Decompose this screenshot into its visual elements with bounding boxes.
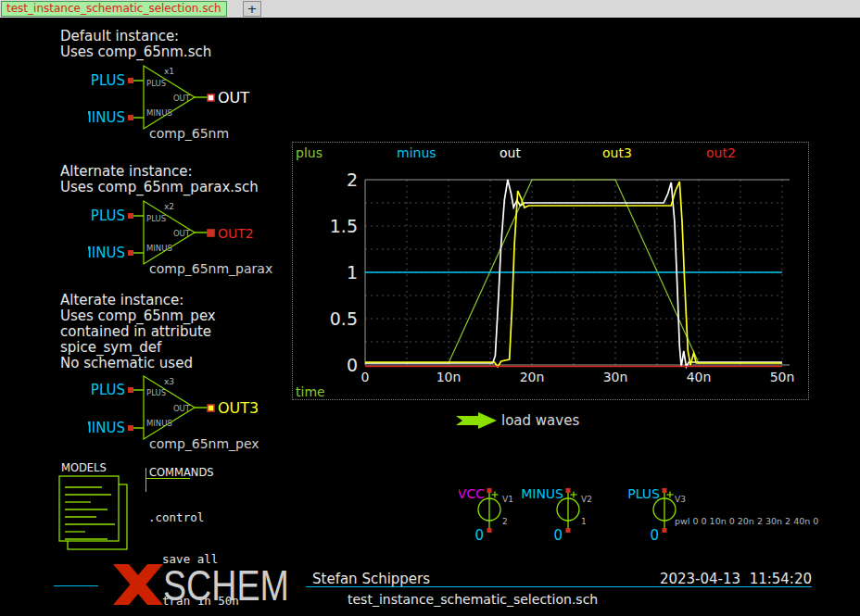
comparator-instance-x1[interactable]: PLUS MINUS PLUS MINUS OUT x1 OUT comp_65… (88, 63, 278, 148)
pin-name-out: OUT (173, 404, 191, 413)
xtick-20n: 20n (520, 370, 545, 384)
comparator-instance-x3[interactable]: PLUS MINUS PLUS MINUS OUT x3 OUT3 comp_6… (88, 373, 278, 459)
minus-pin-square[interactable] (128, 115, 133, 120)
net-label-plus[interactable]: PLUS (91, 72, 125, 89)
out-pin-square[interactable] (208, 94, 214, 101)
net-label-out[interactable]: OUT3 (218, 399, 259, 417)
value-v3-pwl: pwl 0 0 10n 0 20n 2 30n 2 40n 0 (675, 516, 818, 526)
pin-name-out: OUT (173, 94, 191, 103)
net-label-minus[interactable]: MINUS (88, 420, 125, 436)
pin-name-minus: MINUS (146, 108, 172, 118)
net-label-minus[interactable]: MINUS (88, 109, 125, 126)
legend-out3[interactable]: out3 (602, 145, 632, 160)
net-label-gnd[interactable]: 0 (553, 527, 563, 544)
ytick-1: 1 (347, 262, 358, 283)
designator-v2: V2 (581, 495, 592, 504)
xschem-window: { "tabbar": { "active_tab": "test_instan… (0, 0, 860, 616)
net-label-out[interactable]: OUT (218, 89, 249, 107)
net-label-plus[interactable]: PLUS (91, 207, 125, 224)
xtick-0: 0 (361, 370, 370, 384)
vsource-v2[interactable]: MINUS V2 1 0 (521, 486, 592, 544)
minus-pin-square[interactable] (128, 425, 133, 431)
pin-name-plus: PLUS (146, 388, 166, 397)
commands-corner-vline (145, 468, 146, 492)
vsource-v3[interactable]: PLUS V3 pwl 0 0 10n 0 20n 2 30n 2 40n 0 … (627, 486, 818, 544)
instance3-heading: Alterate instance: Uses comp_65nm_pex co… (60, 293, 216, 371)
instance2-heading: Alternate instance: Uses comp_65nm_parax… (60, 164, 259, 195)
commands-label: COMMANDS (149, 466, 214, 479)
minus-pin-square[interactable] (128, 250, 133, 256)
commands-corner-hline (145, 478, 190, 479)
pin-name-plus: PLUS (146, 79, 166, 88)
launcher-arrow-icon[interactable] (456, 412, 500, 429)
net-label-gnd[interactable]: 0 (474, 527, 484, 544)
symbol-name: comp_65nm_parax (149, 261, 272, 276)
ytick-1_5: 1.5 (330, 216, 358, 236)
voltage-sources: VCC V1 2 0 MINUS V2 1 0 PLUS V3 pwl 0 0 … (459, 482, 857, 548)
top-pin-square[interactable] (487, 488, 492, 493)
out-pin-square[interactable] (208, 230, 214, 236)
net-label-plus[interactable]: PLUS (91, 382, 125, 398)
ytick-0_5: 0.5 (330, 308, 358, 329)
tab-active[interactable]: test_instance_schematic_selection.sch (1, 1, 227, 17)
load-waves-label[interactable]: load waves (501, 412, 579, 429)
xtick-30n: 30n (603, 370, 628, 384)
top-pin-square[interactable] (663, 488, 667, 493)
xaxis-label: time (296, 384, 325, 399)
tab-bar: test_instance_schematic_selection.sch + (0, 0, 860, 18)
designator-v1: V1 (502, 495, 513, 504)
xtick-10n: 10n (436, 370, 462, 384)
plus-pin-square[interactable] (128, 78, 133, 83)
datetime: 2023-04-13 11:54:20 (660, 571, 812, 587)
pin-name-minus: MINUS (146, 419, 172, 428)
pin-name-out: OUT (173, 229, 191, 238)
comparator-instance-x2[interactable]: PLUS MINUS PLUS MINUS OUT x2 OUT2 comp_6… (88, 198, 278, 283)
author: Stefan Schippers (312, 571, 430, 587)
net-label-out[interactable]: OUT2 (218, 226, 254, 241)
waveform-graph[interactable]: plus minus out out3 out2 2 1.5 1 0.5 0 0… (292, 142, 809, 400)
vsource-v1[interactable]: VCC V1 2 0 (459, 486, 513, 544)
xtick-40n: 40n (687, 370, 712, 384)
instance-designator: x1 (164, 67, 174, 76)
xtick-50n: 50n (770, 370, 795, 384)
net-label-plus[interactable]: PLUS (627, 486, 660, 501)
titleblock-left-line (54, 585, 98, 586)
net-label-vcc[interactable]: VCC (459, 486, 485, 501)
out-pin-square[interactable] (208, 405, 214, 411)
plus-pin-square[interactable] (128, 387, 133, 393)
net-label-minus[interactable]: MINUS (521, 486, 563, 501)
instance-designator: x3 (164, 377, 174, 386)
top-pin-square[interactable] (566, 488, 571, 493)
waveform-plot: plus minus out out3 out2 2 1.5 1 0.5 0 0… (293, 143, 808, 399)
instance-designator: x2 (164, 202, 174, 211)
net-label-minus[interactable]: MINUS (88, 245, 125, 261)
bottom-pin-square[interactable] (566, 528, 571, 533)
net-label-gnd[interactable]: 0 (650, 527, 659, 544)
pin-name-plus: PLUS (146, 214, 166, 223)
legend-minus[interactable]: minus (397, 145, 436, 160)
value-v1: 2 (502, 517, 508, 526)
new-tab-button[interactable]: + (243, 1, 261, 17)
xschem-logo-icon (109, 562, 167, 607)
pin-name-minus: MINUS (146, 244, 172, 253)
legend-out[interactable]: out (500, 145, 521, 160)
symbol-name: comp_65nm_pex (149, 436, 259, 451)
models-icon[interactable] (54, 471, 133, 552)
designator-v3: V3 (675, 495, 686, 504)
instance1-heading: Default instance: Uses comp_65nm.sch (60, 29, 211, 60)
bottom-pin-square[interactable] (487, 528, 492, 533)
value-v2: 1 (581, 517, 587, 526)
legend-plus[interactable]: plus (296, 145, 322, 160)
ytick-0: 0 (347, 355, 358, 375)
plus-pin-square[interactable] (128, 213, 133, 219)
ytick-2: 2 (347, 170, 358, 190)
legend-out2[interactable]: out2 (706, 145, 736, 160)
schematic-filename: test_instance_schematic_selection.sch (348, 592, 598, 607)
symbol-name: comp_65nm (149, 126, 229, 141)
xschem-logo-text: SCHEM (163, 565, 289, 606)
bottom-pin-square[interactable] (663, 528, 667, 533)
